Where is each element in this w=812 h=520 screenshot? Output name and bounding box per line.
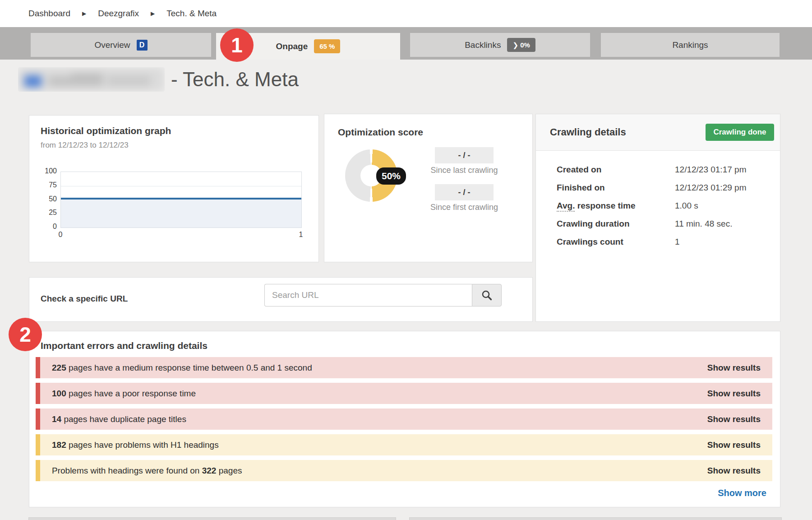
severity-bar-icon [36, 434, 40, 455]
crawl-detail-row: Finished on12/12/23 01:29 pm [557, 183, 771, 201]
crawl-detail-value: 1.00 s [675, 201, 698, 211]
crawling-details-list: Created on12/12/23 01:17 pmFinished on12… [557, 165, 771, 255]
crawl-detail-label: Created on [557, 165, 675, 175]
abbreviation-hint: Avg. [557, 201, 575, 212]
crawl-detail-label: Crawling duration [557, 219, 675, 229]
page-title-suffix: - Tech. & Meta [171, 68, 299, 91]
tab-label: Rankings [672, 40, 708, 50]
since-last-crawling-value: - / - [435, 147, 494, 163]
error-text: Problems with headings were found on 322… [52, 466, 707, 476]
onpage-dashboard: Dashboard▶Deezgrafix▶Tech. & Meta Overvi… [0, 0, 812, 520]
y-tick-label: 0 [32, 223, 57, 231]
x-tick-label: 1 [296, 231, 306, 239]
breadcrumb-separator-icon: ▶ [82, 10, 86, 17]
show-results-link[interactable]: Show results [707, 414, 761, 424]
crawl-detail-label: Finished on [557, 183, 675, 193]
since-first-crawling-value: - / - [435, 184, 494, 200]
check-url-card: Check a specific URL [29, 277, 533, 322]
historical-graph-daterange: from 12/12/23 to 12/12/23 [41, 141, 129, 150]
y-tick-label: 75 [32, 181, 57, 189]
crawl-detail-row: Crawling duration11 min. 48 sec. [557, 219, 771, 237]
crawling-details-header: Crawling details Crawling done [536, 114, 780, 151]
crawl-detail-row: Avg. response time1.00 s [557, 201, 771, 219]
tab-overview[interactable]: OverviewD [31, 33, 211, 57]
since-last-crawling-caption: Since last crawling [406, 166, 523, 175]
check-url-label: Check a specific URL [41, 294, 128, 304]
important-errors-title: Important errors and crawling details [41, 340, 208, 351]
breadcrumb-separator-icon: ▶ [151, 10, 155, 17]
crawl-detail-value: 11 min. 48 sec. [675, 219, 732, 229]
crawling-details-card: Crawling details Crawling done Created o… [535, 114, 780, 322]
y-tick-label: 25 [32, 209, 57, 217]
show-results-link[interactable]: Show results [707, 466, 761, 476]
since-first-crawling-caption: Since first crawling [406, 203, 523, 212]
y-tick-label: 50 [32, 195, 57, 203]
breadcrumb-item-deezgrafix[interactable]: Deezgrafix [98, 9, 139, 19]
tab-badge-backlinks: ❯ 0% [507, 38, 535, 52]
crawl-detail-label: Crawlings count [557, 237, 675, 247]
error-row: 225 pages have a medium response time be… [36, 357, 772, 378]
breadcrumb-item-tech-meta[interactable]: Tech. & Meta [166, 9, 217, 19]
annotation-step-2: 2 [9, 318, 42, 351]
show-results-link[interactable]: Show results [707, 440, 761, 450]
severity-bar-icon [36, 409, 40, 430]
crawl-detail-label: Avg. response time [557, 201, 675, 211]
breadcrumb-item-dashboard[interactable]: Dashboard [28, 9, 70, 19]
search-url-input[interactable] [264, 284, 472, 306]
tab-backlinks[interactable]: Backlinks❯ 0% [410, 33, 590, 57]
tab-bar: OverviewDOnpage65 %Backlinks❯ 0%Rankings [0, 27, 812, 60]
chart-gridline [61, 186, 301, 186]
error-text: 14 pages have duplicate page titles [52, 414, 707, 424]
optimization-score-card: Optimization score 50% - / - Since last … [324, 114, 533, 262]
important-errors-card: Important errors and crawling details 22… [29, 331, 780, 507]
tab-label: Backlinks [465, 40, 501, 50]
crawling-details-title: Crawling details [550, 126, 626, 138]
tab-label: Onpage [276, 42, 308, 51]
historical-graph-title: Historical optimization graph [41, 125, 171, 136]
error-text: 100 pages have a poor response time [52, 389, 707, 399]
next-card-left-edge [28, 517, 396, 520]
tab-rankings[interactable]: Rankings [601, 33, 780, 57]
crawl-detail-value: 12/12/23 01:17 pm [675, 165, 746, 175]
error-row: Problems with headings were found on 322… [36, 460, 772, 481]
error-list: 225 pages have a medium response time be… [36, 357, 772, 486]
redacted-site-name [18, 67, 165, 92]
crawl-detail-row: Crawlings count1 [557, 237, 771, 255]
breadcrumb: Dashboard▶Deezgrafix▶Tech. & Meta [28, 0, 217, 27]
show-more-link[interactable]: Show more [718, 488, 766, 498]
crawl-detail-value: 12/12/23 01:29 pm [675, 183, 746, 193]
error-row: 182 pages have problems with H1 headings… [36, 434, 772, 455]
tab-label: Overview [94, 40, 130, 50]
error-text: 182 pages have problems with H1 headings [52, 440, 707, 450]
crawling-done-badge[interactable]: Crawling done [706, 124, 774, 141]
show-results-link[interactable]: Show results [707, 389, 761, 399]
crawl-detail-row: Created on12/12/23 01:17 pm [557, 165, 771, 183]
severity-bar-icon [36, 357, 40, 378]
domain-d-icon: D [137, 40, 148, 51]
historical-graph-card: Historical optimization graph from 12/12… [29, 115, 319, 262]
breadcrumb-bar: Dashboard▶Deezgrafix▶Tech. & Meta [0, 0, 812, 27]
y-tick-label: 100 [32, 167, 57, 175]
next-card-right-edge [409, 517, 782, 520]
show-results-link[interactable]: Show results [707, 363, 761, 373]
error-row: 14 pages have duplicate page titlesShow … [36, 409, 772, 430]
severity-bar-icon [36, 460, 40, 481]
tab-badge-onpage: 65 % [314, 39, 340, 53]
search-url-button[interactable] [472, 284, 502, 306]
search-icon [481, 289, 493, 301]
crawl-detail-value: 1 [675, 237, 680, 247]
chart-series-line [61, 198, 301, 200]
severity-bar-icon [36, 383, 40, 404]
optimization-score-title: Optimization score [338, 127, 423, 138]
error-row: 100 pages have a poor response timeShow … [36, 383, 772, 404]
score-value-badge: 50% [376, 167, 406, 185]
page-title: - Tech. & Meta [18, 63, 299, 96]
chart-area-fill [61, 199, 301, 228]
annotation-step-1: 1 [220, 28, 254, 62]
error-text: 225 pages have a medium response time be… [52, 363, 707, 373]
optimization-line-chart [60, 172, 302, 228]
x-tick-label: 0 [55, 231, 65, 239]
